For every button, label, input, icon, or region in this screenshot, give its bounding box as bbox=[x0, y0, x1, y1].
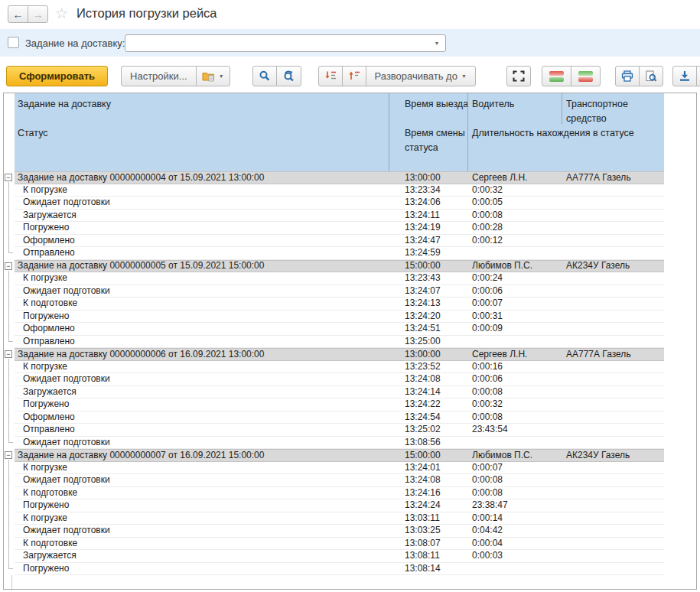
group-row[interactable]: −Задание на доставку 00000000005 от 15.0… bbox=[4, 260, 696, 273]
tree-gutter bbox=[4, 563, 15, 576]
status-cells: Загружается13:24:140:00:08 bbox=[15, 386, 664, 399]
group-row[interactable]: −Задание на доставку 00000000006 от 16.0… bbox=[4, 348, 696, 361]
combo-dropdown-icon[interactable]: ▼ bbox=[430, 37, 444, 50]
detail-records-bottom-button[interactable] bbox=[571, 66, 601, 86]
status-row[interactable]: К погрузке13:23:430:00:24 bbox=[4, 272, 696, 285]
status-cells: Ожидает подготовки13:03:250:04:42 bbox=[15, 525, 664, 538]
status-row[interactable]: Загружается13:24:110:00:08 bbox=[4, 210, 696, 223]
tree-gutter bbox=[4, 336, 15, 349]
status-name: Ожидает подготовки bbox=[15, 197, 389, 209]
status-row[interactable]: Погружено13:24:220:00:32 bbox=[4, 398, 696, 411]
printer-icon bbox=[621, 70, 633, 82]
status-row[interactable]: К подготовке13:24:130:00:07 bbox=[4, 298, 696, 311]
status-row[interactable]: Ожидает подготовки13:24:060:00:05 bbox=[4, 197, 696, 210]
tree-gutter bbox=[4, 298, 15, 311]
search-next-button[interactable] bbox=[276, 66, 301, 86]
expand-to-button[interactable]: Разворачивать до ▼ bbox=[366, 66, 476, 86]
status-row[interactable]: Ожидает подготовки13:24:070:00:06 bbox=[4, 285, 696, 298]
fullscreen-button[interactable] bbox=[506, 66, 531, 86]
status-row[interactable]: Загружается13:24:140:00:08 bbox=[4, 386, 696, 399]
empty-cell bbox=[562, 462, 664, 474]
star-icon[interactable]: ☆ bbox=[55, 5, 68, 22]
col-header-departure-time[interactable]: Время выезда bbox=[405, 97, 470, 112]
status-name: К погрузке bbox=[15, 512, 389, 525]
search-button[interactable] bbox=[252, 66, 277, 86]
col-header-status-change-time[interactable]: Время смены статуса bbox=[405, 126, 470, 155]
status-row[interactable]: Ожидает подготовки13:08:56 bbox=[4, 437, 696, 450]
status-name: Ожидает подготовки bbox=[15, 474, 389, 486]
chevron-down-icon: ▼ bbox=[219, 73, 224, 79]
settings-button[interactable]: Настройки... bbox=[121, 66, 197, 86]
tree-line bbox=[8, 550, 9, 563]
tree-line bbox=[8, 323, 9, 336]
save-button[interactable] bbox=[672, 66, 697, 86]
status-cells: Отправлено13:24:59 bbox=[15, 247, 664, 260]
tree-expander-icon[interactable]: − bbox=[5, 174, 12, 181]
generate-button[interactable]: Сформировать bbox=[6, 66, 108, 86]
status-row[interactable]: Оформлено13:24:510:00:09 bbox=[4, 323, 696, 336]
status-row[interactable]: Оформлено13:24:470:00:12 bbox=[4, 235, 696, 248]
status-row[interactable]: Оформлено13:24:540:00:08 bbox=[4, 411, 696, 424]
tree-expander-icon[interactable]: − bbox=[5, 262, 12, 270]
status-row[interactable]: Отправлено13:25:00 bbox=[4, 336, 696, 349]
tree-gutter bbox=[4, 525, 15, 538]
col-header-duration[interactable]: Длительность нахождения в статусе bbox=[472, 126, 659, 141]
empty-cell bbox=[562, 298, 664, 310]
tree-expander-icon[interactable]: − bbox=[5, 451, 12, 459]
status-change-time: 13:08:56 bbox=[389, 437, 467, 449]
status-row[interactable]: Погружено13:24:2423:38:47 bbox=[4, 499, 696, 512]
print-button[interactable] bbox=[615, 66, 640, 86]
status-row[interactable]: К погрузке13:23:520:00:16 bbox=[4, 361, 696, 374]
status-change-time: 13:24:22 bbox=[389, 398, 467, 411]
status-name: Отправлено bbox=[15, 336, 389, 348]
delivery-task-input[interactable]: ▼ bbox=[125, 34, 446, 52]
status-name: Ожидает подготовки bbox=[15, 525, 389, 537]
status-cells: К погрузке13:23:340:00:32 bbox=[15, 184, 664, 197]
status-row[interactable]: К погрузке13:24:010:00:07 bbox=[4, 462, 696, 475]
group-row[interactable]: −Задание на доставку 00000000007 от 16.0… bbox=[4, 449, 696, 462]
status-cells: Ожидает подготовки13:24:060:00:05 bbox=[15, 197, 664, 210]
tree-line bbox=[8, 272, 9, 285]
col-header-status[interactable]: Статус bbox=[18, 126, 48, 141]
status-cells: К подготовке13:24:130:00:07 bbox=[15, 298, 664, 311]
status-duration: 0:04:42 bbox=[467, 525, 562, 537]
tree-gutter bbox=[4, 323, 15, 336]
email-button[interactable]: ▼ bbox=[696, 66, 700, 86]
status-row[interactable]: Отправлено13:25:0223:43:54 bbox=[4, 424, 696, 437]
status-name: Загружается bbox=[15, 210, 389, 222]
status-name: Ожидает подготовки bbox=[15, 285, 389, 298]
status-row[interactable]: Отправлено13:24:59 bbox=[4, 247, 696, 260]
col-header-driver[interactable]: Водитель bbox=[472, 97, 514, 112]
status-change-time: 13:24:19 bbox=[389, 222, 467, 234]
status-row[interactable]: Ожидает подготовки13:03:250:04:42 bbox=[4, 525, 696, 538]
group-row[interactable]: −Задание на доставку 00000000004 от 15.0… bbox=[4, 171, 696, 184]
status-row[interactable]: Погружено13:08:14 bbox=[4, 563, 696, 576]
forward-button[interactable]: → bbox=[28, 5, 48, 23]
tree-expander-icon[interactable]: − bbox=[5, 350, 12, 358]
driver: Сергеев Л.Н. bbox=[467, 172, 562, 184]
status-row[interactable]: К подготовке13:24:160:00:08 bbox=[4, 487, 696, 500]
status-duration: 0:00:12 bbox=[467, 235, 562, 247]
col-header-vehicle[interactable]: Транспортное средство bbox=[566, 97, 661, 126]
back-button[interactable]: ← bbox=[8, 5, 28, 23]
group-title: Задание на доставку 00000000007 от 16.09… bbox=[15, 450, 389, 461]
status-row[interactable]: К подготовке13:08:070:00:04 bbox=[4, 538, 696, 551]
group-title: Задание на доставку 00000000006 от 16.09… bbox=[15, 349, 389, 360]
report-variants-button[interactable]: ▼ bbox=[196, 66, 230, 86]
status-row[interactable]: Погружено13:24:190:00:28 bbox=[4, 222, 696, 235]
detail-records-top-button[interactable] bbox=[542, 66, 571, 86]
status-row[interactable]: Загружается13:08:110:00:03 bbox=[4, 550, 696, 563]
status-row[interactable]: Погружено13:24:200:00:31 bbox=[4, 311, 696, 324]
status-row[interactable]: Ожидает подготовки13:24:080:00:08 bbox=[4, 474, 696, 487]
collapse-levels-button[interactable] bbox=[318, 66, 343, 86]
col-header-task[interactable]: Задание на доставку bbox=[18, 97, 111, 112]
status-cells: Ожидает подготовки13:24:080:00:08 bbox=[15, 474, 664, 487]
status-row[interactable]: К погрузке13:23:340:00:32 bbox=[4, 184, 696, 197]
filter-checkbox[interactable] bbox=[8, 37, 19, 48]
status-row[interactable]: Ожидает подготовки13:24:080:00:06 bbox=[4, 373, 696, 386]
print-preview-button[interactable] bbox=[639, 66, 663, 86]
empty-cell bbox=[562, 285, 664, 298]
expand-levels-button[interactable] bbox=[342, 66, 366, 86]
status-row[interactable]: К погрузке13:03:110:00:14 bbox=[4, 512, 696, 525]
status-duration: 0:00:07 bbox=[467, 462, 562, 474]
